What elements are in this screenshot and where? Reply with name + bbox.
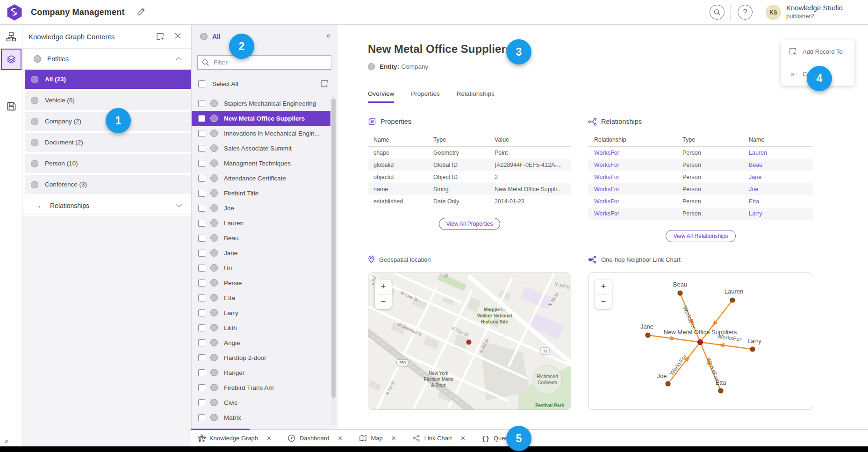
view-all-properties-button[interactable]: View All Properties	[439, 218, 501, 230]
link-chart-node[interactable]	[666, 381, 670, 386]
zoom-out-button[interactable]: −	[375, 294, 392, 309]
list-item[interactable]: Staplers Mechanical Engineering	[192, 96, 330, 111]
link-chart-node[interactable]	[646, 333, 650, 337]
table-cell[interactable]: Joe	[749, 186, 813, 193]
item-checkbox[interactable]	[198, 294, 205, 301]
add-record-icon[interactable]	[156, 32, 165, 42]
list-item[interactable]: Lauren	[192, 215, 330, 230]
entities-section-header[interactable]: Entities	[22, 49, 191, 70]
item-checkbox[interactable]	[198, 309, 205, 316]
one-hop-link-chart[interactable]: + − WorksForWorksForWorksForWorksForBeau…	[588, 273, 813, 410]
zoom-out-button[interactable]: −	[595, 294, 612, 309]
view-tab-dashboard[interactable]: Dashboard✕	[281, 430, 352, 446]
scrollbar-thumb[interactable]	[331, 99, 336, 398]
link-chart-node[interactable]	[718, 388, 723, 393]
close-tab-icon[interactable]: ✕	[338, 435, 343, 442]
collapse-panel-icon[interactable]: «	[326, 31, 330, 40]
item-checkbox[interactable]	[198, 339, 205, 346]
filter-input[interactable]	[214, 56, 329, 69]
table-cell[interactable]: WorksFor	[594, 198, 682, 205]
list-item[interactable]: Attendance Certificate	[192, 171, 330, 186]
item-checkbox[interactable]	[198, 145, 205, 152]
item-checkbox[interactable]	[198, 205, 205, 212]
item-checkbox[interactable]	[198, 399, 205, 406]
view-tab-link-chart[interactable]: Link Chart✕	[406, 430, 475, 446]
table-cell[interactable]: Lauren	[749, 150, 813, 156]
map-canvas[interactable]: 250 33 W Clay StW Marshall StE Clay StN …	[368, 273, 571, 409]
table-cell[interactable]: WorksFor	[594, 186, 682, 193]
select-all-row[interactable]: Select All	[192, 77, 337, 91]
list-item[interactable]: Civic	[192, 395, 330, 410]
item-checkbox[interactable]	[198, 115, 205, 122]
link-chart-node[interactable]	[730, 298, 735, 302]
entity-type-row[interactable]: All (23)	[25, 70, 191, 89]
entity-type-row[interactable]: Conference (3)	[25, 175, 191, 194]
data-model-icon[interactable]	[6, 31, 17, 43]
table-cell[interactable]: Etta	[749, 198, 813, 205]
detail-tab-relationships[interactable]: Relationships	[457, 90, 495, 103]
item-checkbox[interactable]	[198, 265, 205, 272]
list-item[interactable]: Hardtop 2-door	[192, 350, 330, 365]
item-checkbox[interactable]	[198, 414, 205, 421]
expand-rail-icon[interactable]: »	[5, 437, 8, 445]
list-item[interactable]: Sales Associate Summit	[192, 141, 330, 156]
avatar[interactable]: KS	[766, 5, 781, 20]
table-cell[interactable]: WorksFor	[594, 174, 682, 180]
list-item[interactable]: Firebird Trans Am	[192, 380, 330, 395]
close-tab-icon[interactable]: ✕	[391, 435, 396, 442]
item-checkbox[interactable]	[198, 160, 205, 167]
item-checkbox[interactable]	[198, 384, 205, 391]
zoom-in-button[interactable]: +	[595, 280, 612, 294]
list-item[interactable]: Innovations in Mechanical Engin...	[192, 126, 330, 141]
list-item[interactable]: Persie	[192, 275, 330, 290]
link-chart-canvas[interactable]: WorksForWorksForWorksForWorksForBeauLaur…	[588, 273, 813, 409]
geospatial-map[interactable]: + −	[368, 273, 571, 410]
link-chart-node[interactable]	[678, 291, 682, 295]
item-checkbox[interactable]	[198, 100, 205, 107]
table-cell[interactable]: Beau	[749, 162, 813, 168]
item-checkbox[interactable]	[198, 280, 205, 287]
list-item[interactable]: Jane	[192, 245, 330, 260]
list-item[interactable]: Angie	[192, 335, 330, 350]
edit-title-icon[interactable]	[136, 7, 146, 16]
list-item[interactable]: Managment Techniques	[192, 156, 330, 171]
relationships-section-header[interactable]: → Relationships	[22, 196, 191, 215]
zoom-in-button[interactable]: +	[375, 280, 392, 294]
item-checkbox[interactable]	[198, 235, 205, 242]
search-icon[interactable]	[710, 5, 725, 20]
table-cell[interactable]: WorksFor	[594, 162, 682, 168]
link-chart-center-node[interactable]	[698, 340, 703, 345]
table-cell[interactable]: Jane	[749, 174, 813, 180]
list-item[interactable]: Joe	[192, 201, 330, 215]
select-all-checkbox[interactable]	[198, 80, 205, 87]
link-chart-node[interactable]	[750, 347, 755, 352]
save-icon[interactable]	[6, 100, 17, 112]
item-checkbox[interactable]	[198, 220, 205, 227]
add-record-icon[interactable]	[320, 79, 330, 89]
user-block[interactable]: Knowledge Studio publisher2	[786, 4, 843, 20]
list-item[interactable]: Ranger	[192, 365, 330, 380]
close-tab-icon[interactable]: ✕	[266, 435, 272, 442]
contents-tool-selected[interactable]	[1, 49, 22, 70]
list-item[interactable]: Larry	[192, 305, 330, 320]
view-tab-knowledge-graph[interactable]: Knowledge Graph✕	[191, 430, 281, 446]
help-icon[interactable]: ?	[738, 5, 753, 20]
list-item[interactable]: Etta	[192, 290, 330, 305]
table-cell[interactable]: WorksFor	[594, 210, 682, 217]
entity-type-row[interactable]: Document (2)	[25, 133, 191, 152]
entity-type-row[interactable]: Vehicle (6)	[25, 91, 191, 110]
list-item[interactable]: Lilith	[192, 320, 330, 335]
list-item[interactable]: Uri	[192, 260, 330, 275]
item-checkbox[interactable]	[198, 250, 205, 257]
item-checkbox[interactable]	[198, 190, 205, 197]
view-all-relationships-button[interactable]: View All Relationships	[666, 230, 735, 242]
item-checkbox[interactable]	[198, 130, 205, 137]
menu-item-add-record-to[interactable]: Add Record To	[781, 40, 854, 63]
detail-tab-properties[interactable]: Properties	[411, 90, 440, 103]
close-tab-icon[interactable]: ✕	[460, 435, 466, 442]
list-item[interactable]: Beau	[192, 230, 330, 245]
item-checkbox[interactable]	[198, 369, 205, 376]
view-tab-map[interactable]: Map✕	[352, 430, 406, 446]
item-checkbox[interactable]	[198, 354, 205, 361]
table-cell[interactable]: Larry	[749, 210, 813, 217]
